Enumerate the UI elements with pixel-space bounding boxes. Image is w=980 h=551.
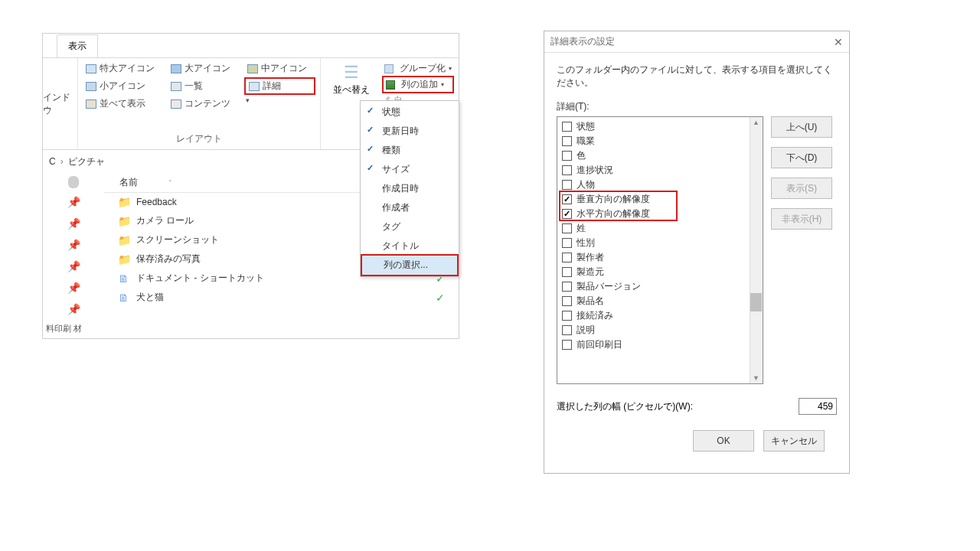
checkbox[interactable] <box>562 180 572 190</box>
checkbox[interactable] <box>562 209 572 219</box>
checkbox[interactable] <box>562 253 572 262</box>
menu-item-state[interactable]: ✓状態 <box>361 103 459 122</box>
group-icon <box>384 64 394 73</box>
pin-icon[interactable]: 📌 <box>43 191 104 213</box>
scrollbar[interactable] <box>750 117 763 383</box>
details-item-label: 状態 <box>577 120 595 133</box>
checkbox[interactable] <box>562 311 572 321</box>
details-item-label: 前回印刷日 <box>577 338 622 351</box>
pin-icon[interactable]: 📌 <box>43 298 104 320</box>
details-list-item[interactable]: 製品名 <box>557 294 763 308</box>
layout-m-icons[interactable]: 中アイコン <box>244 61 315 76</box>
details-list-item[interactable]: 接続済み <box>557 308 763 323</box>
ok-button[interactable]: OK <box>693 430 754 452</box>
menu-item-author[interactable]: 作成者 <box>361 198 459 217</box>
checkbox[interactable] <box>562 340 572 350</box>
details-list-item[interactable]: 職業 <box>557 134 763 148</box>
scroll-stub[interactable] <box>68 176 79 188</box>
details-list-item[interactable]: 進捗状況 <box>557 163 763 178</box>
scrollbar-thumb[interactable] <box>750 293 762 311</box>
layout-tiles[interactable]: 並べて表示 <box>83 96 163 111</box>
layout-details[interactable]: 詳細 <box>244 77 315 95</box>
details-list-item[interactable]: 製品バージョン <box>557 279 763 294</box>
menu-item-size[interactable]: ✓サイズ <box>361 160 459 179</box>
details-item-label: 姓 <box>577 222 586 235</box>
layout-content[interactable]: コンテンツ <box>168 96 239 111</box>
xl-icon <box>86 64 96 73</box>
layout-xl-icons[interactable]: 特大アイコン <box>83 61 163 76</box>
menu-item-modified[interactable]: ✓更新日時 <box>361 122 459 141</box>
move-up-button[interactable]: 上へ(U) <box>771 116 832 138</box>
checkbox[interactable] <box>562 282 572 292</box>
dialog-title: 詳細表示の設定 <box>550 35 615 48</box>
layout-s-icons[interactable]: 小アイコン <box>83 77 163 95</box>
details-list-item[interactable]: 水平方向の解像度 <box>557 207 763 221</box>
explorer-window: 表示 インドウ 特大アイコン 大アイコン 中アイコン 小アイコン 一覧 詳細 並… <box>42 33 459 339</box>
details-list-item[interactable]: 姓 <box>557 221 763 236</box>
pin-icon[interactable]: 📌 <box>43 234 104 256</box>
layout-list[interactable]: 一覧 <box>168 77 239 95</box>
l-icon <box>171 64 181 73</box>
layout-more-icon[interactable]: ▾ <box>244 96 252 111</box>
details-list-item[interactable]: 性別 <box>557 236 763 250</box>
checkbox[interactable] <box>562 238 572 248</box>
pin-icon[interactable]: 📌 <box>43 213 104 234</box>
move-down-button[interactable]: 下へ(D) <box>771 147 832 168</box>
breadcrumb-c[interactable]: C <box>49 156 56 167</box>
folder-icon: 📁 <box>118 253 130 266</box>
checkbox[interactable] <box>562 194 572 204</box>
ribbon-tab-strip: 表示 <box>43 34 459 58</box>
shortcut-icon: 🗎 <box>118 272 130 285</box>
layout-l-icons[interactable]: 大アイコン <box>168 61 239 76</box>
details-list-item[interactable]: 状態 <box>557 119 763 134</box>
details-list-item[interactable]: 製作者 <box>557 250 763 265</box>
s-icon <box>86 82 96 91</box>
details-list-item[interactable]: 垂直方向の解像度 <box>557 192 763 207</box>
checkbox[interactable] <box>562 296 572 306</box>
menu-item-kind[interactable]: ✓種類 <box>361 141 459 160</box>
details-listbox[interactable]: 状態職業色進捗状況人物垂直方向の解像度水平方向の解像度姓性別製作者製造元製品バー… <box>557 116 763 384</box>
checkbox[interactable] <box>562 122 572 132</box>
sort-caret-icon: ˄ <box>168 179 172 187</box>
width-input[interactable] <box>799 398 837 415</box>
cancel-button[interactable]: キャンセル <box>763 430 825 452</box>
check-icon: ✓ <box>367 125 374 135</box>
pin-icon[interactable]: 📌 <box>43 256 104 277</box>
hide-button[interactable]: 非表示(H) <box>771 208 832 230</box>
nav-pane-label: インドウ <box>43 91 77 117</box>
width-label: 選択した列の幅 (ピクセルで)(W): <box>557 400 693 413</box>
choose-details-dialog: 詳細表示の設定 ✕ このフォルダー内のファイルに対して、表示する項目を選択してく… <box>544 31 850 474</box>
details-list-item[interactable]: 色 <box>557 148 763 163</box>
close-icon[interactable]: ✕ <box>834 36 843 48</box>
nav-lower-text: 料印刷 材 <box>43 320 104 337</box>
menu-item-created[interactable]: 作成日時 <box>361 179 459 198</box>
ribbon-nav-pane: インドウ <box>43 58 78 149</box>
details-list-item[interactable]: 人物 <box>557 178 763 192</box>
show-button[interactable]: 表示(S) <box>771 178 832 199</box>
checkbox[interactable] <box>562 223 572 233</box>
details-item-label: 接続済み <box>577 309 613 322</box>
details-item-label: 性別 <box>577 236 595 249</box>
menu-item-title[interactable]: タイトル <box>361 236 459 256</box>
details-list-item[interactable]: 製造元 <box>557 265 763 279</box>
pin-icon[interactable]: 📌 <box>43 277 104 298</box>
group-by-button[interactable]: グループ化▾ <box>382 61 454 76</box>
folder-icon: 📁 <box>118 196 130 208</box>
check-icon: ✓ <box>367 163 374 173</box>
menu-item-choose-columns[interactable]: 列の選択... <box>361 254 459 276</box>
details-list-item[interactable]: 前回印刷日 <box>557 337 763 352</box>
breadcrumb-pictures[interactable]: ピクチャ <box>68 155 105 168</box>
list-item[interactable]: 🗎犬と猫✓ <box>104 288 459 307</box>
checkbox[interactable] <box>562 151 572 161</box>
add-columns-button[interactable]: 列の追加▾ <box>382 76 454 93</box>
checkbox[interactable] <box>562 267 572 277</box>
layout-group-label: レイアウト <box>83 130 315 148</box>
checkbox[interactable] <box>562 325 572 335</box>
menu-item-tag[interactable]: タグ <box>361 217 459 236</box>
folder-icon: 📁 <box>118 234 130 246</box>
ribbon-tab-view[interactable]: 表示 <box>57 34 98 57</box>
details-label: 詳細(T): <box>557 100 837 113</box>
checkbox[interactable] <box>562 165 572 175</box>
checkbox[interactable] <box>562 136 572 146</box>
details-list-item[interactable]: 説明 <box>557 323 763 337</box>
